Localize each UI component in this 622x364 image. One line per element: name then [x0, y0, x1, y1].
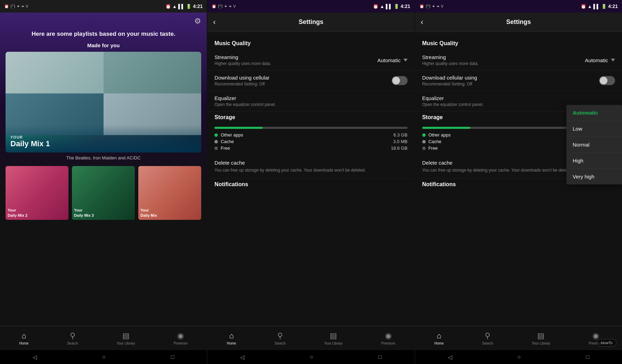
streaming-value-2[interactable]: Automatic [377, 57, 408, 63]
streaming-value-3[interactable]: Automatic [585, 57, 615, 63]
phone-3-wrapper: ⏰ 📳 ✦ ❧ V ⏰ ▲ ▌▌ 🔋 4:21 ‹ Settings [415, 0, 622, 364]
nav-premium-2[interactable]: ◉ Premium [381, 331, 395, 345]
nav-premium-1[interactable]: ◉ Premium [174, 331, 188, 345]
bottom-nav-1: ⌂ Home ⚲ Search ▤ Your Library ◉ Premium [0, 326, 207, 350]
battery-icon-3: 🔋 [601, 4, 607, 9]
signal-icon-3: ▌▌ [594, 4, 600, 9]
dropdown-option-normal[interactable]: Normal [566, 137, 622, 153]
back-arrow-3[interactable]: ‹ [421, 18, 423, 27]
download-cellular-toggle-2[interactable] [392, 76, 408, 85]
hero-title-overlay: Your Daily Mix 1 [6, 125, 201, 152]
recent-btn-2[interactable]: □ [378, 354, 382, 360]
dropdown-option-low[interactable]: Low [566, 121, 622, 137]
back-arrow-2[interactable]: ‹ [213, 18, 215, 27]
dropdown-option-very-high[interactable]: Very high [566, 169, 622, 184]
wifi-icon-2: ▲ [380, 4, 384, 9]
premium-nav-icon-2: ◉ [385, 331, 392, 340]
battery-icon: 🔋 [186, 4, 191, 9]
nav-library-2[interactable]: ▤ Your Library [324, 331, 343, 345]
home-btn-2[interactable]: ○ [310, 354, 313, 360]
download-cellular-title-2: Download using cellular [214, 75, 391, 81]
settings-body-2[interactable]: Music Quality Streaming Higher quality u… [207, 32, 414, 326]
streaming-title-2: Streaming [214, 54, 377, 60]
back-btn-2[interactable]: ◁ [240, 354, 244, 361]
nav-library-1[interactable]: ▤ Your Library [116, 331, 135, 345]
alarm-icon: ⏰ [4, 4, 9, 9]
music-quality-header-2: Music Quality [207, 38, 414, 50]
search-nav-label-3: Search [482, 341, 493, 345]
streaming-value-text-2: Automatic [377, 57, 401, 63]
legend-free-label-3: Free [428, 146, 438, 151]
settings-gear-icon[interactable]: ⚙ [194, 17, 201, 26]
home-btn-3[interactable]: ○ [517, 354, 521, 360]
recent-btn-1[interactable]: □ [171, 354, 174, 360]
home-nav-icon-2: ⌂ [229, 331, 234, 340]
nav-home-2[interactable]: ⌂ Home [227, 331, 236, 345]
equalizer-row-2[interactable]: Equalizer Open the equalizer control pan… [207, 91, 414, 111]
settings-body-3[interactable]: Music Quality Streaming Higher quality u… [415, 32, 622, 326]
legend-free-value-2: 18.6 GB [391, 146, 408, 151]
download-cellular-row-3: Download cellular using Recommended Sett… [415, 71, 622, 91]
home-btn-1[interactable]: ○ [102, 354, 106, 360]
status-time-2: 4:21 [401, 3, 410, 9]
nav-search-1[interactable]: ⚲ Search [67, 331, 78, 345]
search-nav-icon-3: ⚲ [485, 331, 490, 340]
settings-header-3: ‹ Settings [415, 13, 622, 32]
legend-dot-darkgray-3 [422, 147, 426, 150]
legend-dot-gray-2 [214, 140, 218, 143]
mini-playlist-cards: YourDaily Mix 2 YourDaily Mix 3 YourDail… [0, 166, 207, 220]
download-cellular-toggle-3[interactable] [599, 76, 615, 85]
mini-card-1[interactable]: YourDaily Mix 2 [6, 166, 68, 220]
recent-btn-3[interactable]: □ [586, 354, 589, 360]
storage-header-2: Storage [207, 111, 414, 124]
back-btn-1[interactable]: ◁ [33, 354, 37, 361]
premium-nav-label-3: Premium [589, 341, 603, 345]
storage-bar-fill-3 [422, 127, 470, 129]
nav-premium-3[interactable]: ◉ Premium [589, 331, 603, 345]
legend-other-apps-label-2: Other apps [221, 132, 243, 138]
app-icon-1: ✦ [17, 4, 20, 9]
nav-home-3[interactable]: ⌂ Home [434, 331, 444, 345]
nav-home-1[interactable]: ⌂ Home [19, 331, 28, 345]
battery-icon-2: 🔋 [394, 4, 399, 9]
hero-playlist-card[interactable]: Your Daily Mix 1 [6, 52, 201, 152]
dropdown-option-automatic[interactable]: Automatic [566, 105, 622, 121]
premium-nav-icon-1: ◉ [177, 331, 184, 340]
download-cellular-row-2: Download using cellular Recommended Sett… [207, 71, 414, 91]
status-bar-2: ⏰ 📳 ✦ ❧ V ⏰ ▲ ▌▌ 🔋 4:21 [207, 0, 414, 13]
premium-nav-label-2: Premium [381, 341, 395, 345]
toggle-knob-3 [600, 77, 607, 84]
android-nav-1: ◁ ○ □ [0, 350, 207, 364]
hero-mix-label: Your [10, 135, 196, 139]
nav-search-2[interactable]: ⚲ Search [275, 331, 286, 345]
nav-search-3[interactable]: ⚲ Search [482, 331, 493, 345]
hero-mix-title: Daily Mix 1 [10, 139, 196, 148]
storage-bar-2 [214, 127, 407, 129]
alarm-right-icon-2: ⏰ [373, 4, 378, 9]
library-nav-label-2: Your Library [324, 341, 343, 345]
mini-card-title-2: YourDaily Mix 3 [74, 208, 94, 218]
settings-title-3: Settings [506, 18, 531, 26]
notification-icon: 📳 [10, 4, 15, 9]
toggle-knob-2 [392, 77, 400, 84]
back-btn-3[interactable]: ◁ [448, 354, 452, 361]
library-nav-icon-2: ▤ [330, 331, 337, 340]
phone-2: ⏰ 📳 ✦ ❧ V ⏰ ▲ ▌▌ 🔋 4:21 ‹ Settings Music… [207, 0, 414, 364]
quality-dropdown-3[interactable]: Automatic Low Normal High Very high [566, 105, 622, 184]
storage-bar-container-2: Other apps 6.3 GB Cache 3.0 MB Free 18.6… [207, 124, 414, 155]
home-header: ⚙ [0, 13, 207, 28]
delete-cache-2[interactable]: Delete cache You can free up storage by … [207, 155, 414, 179]
home-nav-label-3: Home [434, 341, 444, 345]
mini-card-2[interactable]: YourDaily Mix 3 [72, 166, 135, 220]
equalizer-title-3: Equalizer [422, 95, 615, 101]
streaming-row-2[interactable]: Streaming Higher quality uses more data.… [207, 50, 414, 71]
mini-card-3[interactable]: YourDaily Mix [138, 166, 201, 220]
equalizer-subtitle-2: Open the equalizer control panel. [214, 102, 407, 107]
dropdown-option-high[interactable]: High [566, 153, 622, 169]
status-icons-right-3: ⏰ ▲ ▌▌ 🔋 4:21 [581, 3, 618, 9]
streaming-row-3[interactable]: Streaming Higher quality uses more data.… [415, 50, 622, 71]
hero-faces-grid [6, 52, 201, 135]
status-time-3: 4:21 [608, 3, 618, 9]
download-cellular-left-3: Download cellular using Recommended Sett… [422, 75, 599, 86]
nav-library-3[interactable]: ▤ Your Library [532, 331, 550, 345]
